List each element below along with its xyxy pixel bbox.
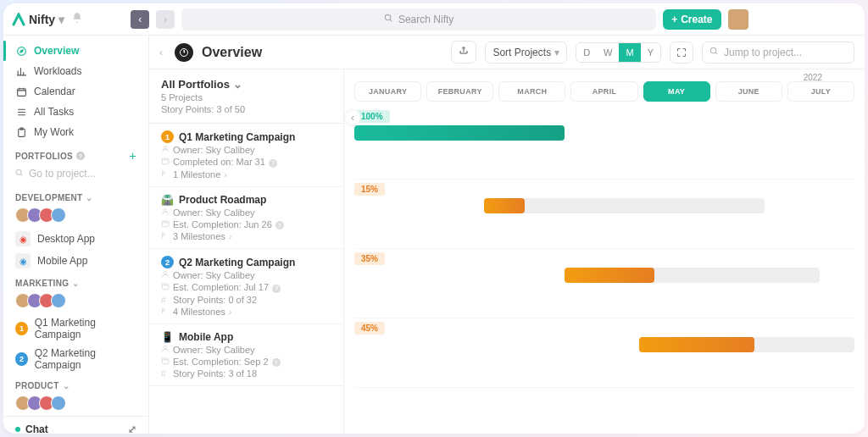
chevron-right-icon[interactable]: › <box>229 307 232 317</box>
project-number-icon: 1 <box>161 130 174 143</box>
nifty-logo-icon <box>12 13 25 26</box>
jump-to-project-input[interactable]: Jump to project... <box>702 41 854 64</box>
search-icon <box>15 168 24 180</box>
project-link[interactable]: ◉Desktop App <box>3 228 148 250</box>
section-marketing[interactable]: MARKETING⌄ <box>3 272 148 291</box>
progress-badge: 15% <box>354 183 385 196</box>
progress-badge: 35% <box>354 252 385 265</box>
project-link[interactable]: 2Q2 Marketing Campaign <box>3 344 148 374</box>
share-button[interactable] <box>451 41 476 64</box>
search-icon <box>709 47 719 58</box>
nav-back-button[interactable]: ‹ <box>131 10 149 29</box>
portfolio-title[interactable]: All Portfolios ⌄ <box>161 78 331 91</box>
calendar-icon <box>161 157 170 167</box>
project-icon: ◉ <box>15 231 31 246</box>
svg-line-1 <box>390 19 392 20</box>
section-product[interactable]: PRODUCT⌄ <box>3 374 148 394</box>
view-y-button[interactable]: Y <box>641 43 660 62</box>
nav-my-work[interactable]: My Work <box>3 122 148 142</box>
svg-point-7 <box>16 169 21 174</box>
view-w-button[interactable]: W <box>597 43 619 62</box>
chevron-down-icon: ⌄ <box>86 193 92 202</box>
nav-all-tasks[interactable]: All Tasks <box>3 102 148 122</box>
gantt-bar[interactable] <box>354 125 565 141</box>
month-tab-january[interactable]: JANUARY <box>354 81 421 102</box>
month-tab-march[interactable]: MARCH <box>498 81 565 102</box>
month-tab-july[interactable]: JULY <box>787 81 854 102</box>
nav-calendar[interactable]: Calendar <box>3 81 148 102</box>
chevron-right-icon[interactable]: › <box>229 231 232 241</box>
month-tab-may[interactable]: MAY <box>643 81 710 102</box>
gantt-bar[interactable] <box>639 337 754 352</box>
gantt-bar[interactable] <box>565 268 654 283</box>
plus-icon: + <box>671 14 677 25</box>
user-avatar[interactable] <box>728 9 748 30</box>
share-icon <box>459 46 469 58</box>
svg-point-11 <box>710 47 715 53</box>
nav-workloads[interactable]: Workloads <box>3 61 148 81</box>
global-search[interactable]: Search Nifty <box>181 8 656 30</box>
expand-icon[interactable]: ⤢ <box>128 423 136 434</box>
gantt-bar[interactable] <box>484 198 524 213</box>
chevron-down-icon: ⌄ <box>63 381 70 390</box>
calendar-icon <box>15 86 27 97</box>
nav-forward-button[interactable]: › <box>156 10 175 29</box>
project-number-icon: 2 <box>161 256 174 268</box>
goto-project-input[interactable]: Go to project... <box>3 166 148 186</box>
chevron-right-icon[interactable]: › <box>224 169 227 180</box>
nav-overview[interactable]: Overview <box>3 41 148 61</box>
search-icon <box>384 14 393 25</box>
view-d-button[interactable]: D <box>576 43 597 62</box>
month-tab-april[interactable]: APRIL <box>570 81 637 102</box>
info-icon[interactable]: ? <box>272 282 281 293</box>
view-m-button[interactable]: M <box>619 43 640 62</box>
list-icon <box>15 107 27 118</box>
month-tab-june[interactable]: JUNE <box>715 81 782 102</box>
gantt-area: 100%15%35%45% <box>344 107 865 388</box>
project-card[interactable]: 🛣️Product RoadmapOwner: Sky CalibeyEst. … <box>149 187 343 250</box>
svg-point-17 <box>164 272 166 274</box>
info-icon[interactable]: ? <box>272 357 281 368</box>
project-number-icon: 2 <box>15 352 28 366</box>
project-number-icon: 1 <box>15 322 28 335</box>
clipboard-icon <box>15 127 27 138</box>
project-card[interactable]: 1Q1 Marketing CampaignOwner: Sky Calibey… <box>149 124 343 187</box>
member-avatar <box>51 207 66 223</box>
prev-month-button[interactable]: ‹ <box>344 109 361 126</box>
svg-point-0 <box>385 14 390 19</box>
section-development[interactable]: DEVELOPMENT⌄ <box>3 186 148 206</box>
topbar: Nifty ▾ ‹ › Search Nifty + Create <box>3 3 865 36</box>
svg-point-13 <box>164 147 166 149</box>
main-panel: ‹ Overview Sort Projects ▾ DWMY <box>149 36 865 434</box>
month-tabs: JANUARYFEBRUARYMARCHAPRILMAYJUNEJULY <box>344 69 865 107</box>
sort-projects-button[interactable]: Sort Projects ▾ <box>485 41 567 64</box>
chat-toggle[interactable]: Chat ⤢ <box>3 416 148 434</box>
brand-logo[interactable]: Nifty ▾ <box>12 13 64 26</box>
svg-rect-14 <box>162 158 169 164</box>
svg-marker-10 <box>184 50 185 53</box>
notification-bell-icon[interactable] <box>71 12 83 26</box>
section-members[interactable] <box>3 206 148 228</box>
month-tab-february[interactable]: FEBRUARY <box>426 81 493 102</box>
info-icon[interactable]: ? <box>275 219 284 230</box>
svg-rect-4 <box>17 88 25 96</box>
chevron-left-icon[interactable]: ‹ <box>159 47 163 58</box>
chevron-down-icon: ⌄ <box>72 279 79 288</box>
project-card[interactable]: 📱Mobile AppOwner: Sky CalibeyEst. Comple… <box>149 324 343 387</box>
help-icon[interactable]: ? <box>76 152 85 160</box>
add-portfolio-button[interactable]: + <box>130 149 136 163</box>
project-card[interactable]: 2Q2 Marketing CampaignOwner: Sky Calibey… <box>149 249 343 324</box>
info-icon[interactable]: ? <box>269 157 277 168</box>
create-button[interactable]: + Create <box>663 9 721 30</box>
section-members[interactable] <box>3 394 148 416</box>
hash-icon: # <box>161 295 170 305</box>
chevron-down-icon: ▾ <box>554 47 559 58</box>
search-placeholder: Search Nifty <box>398 14 453 25</box>
project-link[interactable]: 1Q1 Marketing Campaign <box>3 313 148 344</box>
project-link[interactable]: ◉Mobile App <box>3 250 148 272</box>
svg-point-15 <box>164 208 166 211</box>
timeline-year: 2022 <box>804 73 822 82</box>
fullscreen-button[interactable] <box>670 41 693 64</box>
section-members[interactable] <box>3 291 148 313</box>
milestone-icon <box>161 169 170 180</box>
